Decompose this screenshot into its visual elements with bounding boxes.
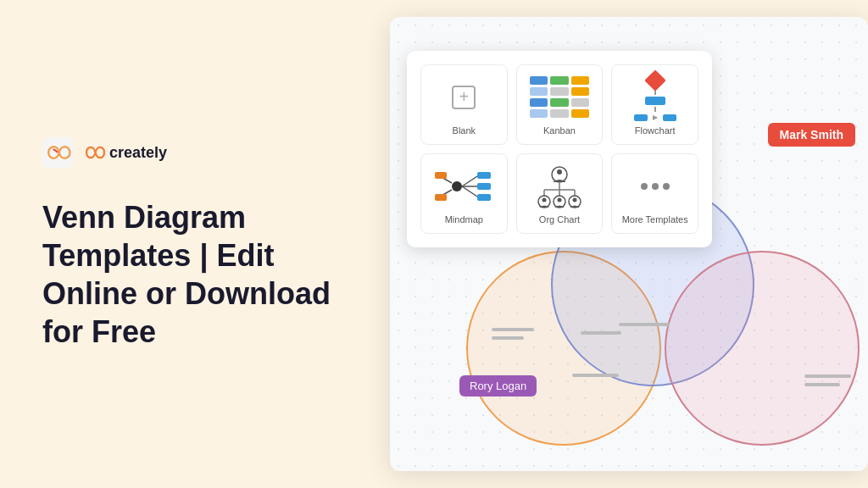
page-headline: Venn Diagram Templates | Edit Online or …	[42, 198, 348, 351]
more-label: More Templates	[622, 214, 688, 225]
template-blank[interactable]: + Blank	[420, 64, 508, 145]
mindmap-icon-area	[430, 163, 498, 209]
venn-content-lines-4	[804, 374, 851, 386]
rory-logan-name: Rory Logan	[470, 380, 526, 392]
more-icon-area	[621, 163, 689, 209]
flowchart-icon: ▶	[634, 73, 676, 121]
svg-rect-10	[477, 194, 491, 201]
svg-text:creately: creately	[109, 144, 167, 161]
plus-icon: +	[452, 86, 476, 109]
svg-rect-8	[477, 172, 491, 179]
template-more[interactable]: More Templates	[611, 153, 698, 234]
template-kanban[interactable]: Kanban	[516, 64, 604, 145]
logo: creately	[42, 137, 348, 168]
mindmap-label: Mindmap	[445, 214, 483, 225]
rory-logan-badge: Rory Logan	[459, 375, 537, 396]
svg-line-3	[462, 176, 477, 186]
svg-rect-9	[477, 183, 491, 190]
templates-panel: + Blank	[407, 51, 712, 247]
venn-circle-pink	[665, 251, 860, 446]
kanban-icon	[530, 76, 589, 118]
flowchart-icon-area: ▶	[621, 74, 689, 120]
kanban-icon-area	[526, 74, 593, 120]
right-panel: + Blank	[390, 0, 868, 488]
mark-smith-name: Mark Smith	[780, 128, 843, 141]
svg-point-2	[452, 181, 462, 191]
orgchart-icon	[529, 164, 590, 208]
svg-rect-12	[435, 194, 447, 201]
template-mindmap[interactable]: Mindmap	[420, 153, 508, 234]
creately-logo-icon	[42, 137, 73, 168]
orgchart-icon-area	[526, 163, 593, 209]
flowchart-label: Flowchart	[635, 125, 676, 136]
template-orgchart[interactable]: Org Chart	[516, 153, 604, 234]
svg-line-5	[462, 186, 477, 197]
svg-point-23	[557, 197, 561, 202]
orgchart-label: Org Chart	[539, 214, 580, 225]
mindmap-icon	[433, 166, 494, 207]
svg-point-14	[557, 169, 562, 175]
canvas-area[interactable]: + Blank	[390, 17, 868, 471]
blank-label: Blank	[453, 125, 476, 136]
venn-content-lines-2	[572, 374, 619, 382]
venn-content-lines-5	[581, 331, 621, 340]
left-panel: creately Venn Diagram Templates | Edit O…	[0, 103, 390, 385]
creately-logo-wordmark: creately	[81, 140, 183, 165]
svg-rect-11	[435, 172, 447, 179]
more-dots-icon	[641, 183, 670, 190]
kanban-label: Kanban	[543, 125, 576, 136]
venn-content-lines-3	[619, 323, 670, 331]
blank-icon-area: +	[430, 74, 498, 120]
venn-content-lines-1	[492, 328, 534, 340]
svg-point-21	[542, 197, 546, 202]
svg-point-25	[572, 197, 576, 202]
mark-smith-badge: Mark Smith	[768, 123, 855, 147]
template-flowchart[interactable]: ▶ Flowchart	[611, 64, 698, 145]
